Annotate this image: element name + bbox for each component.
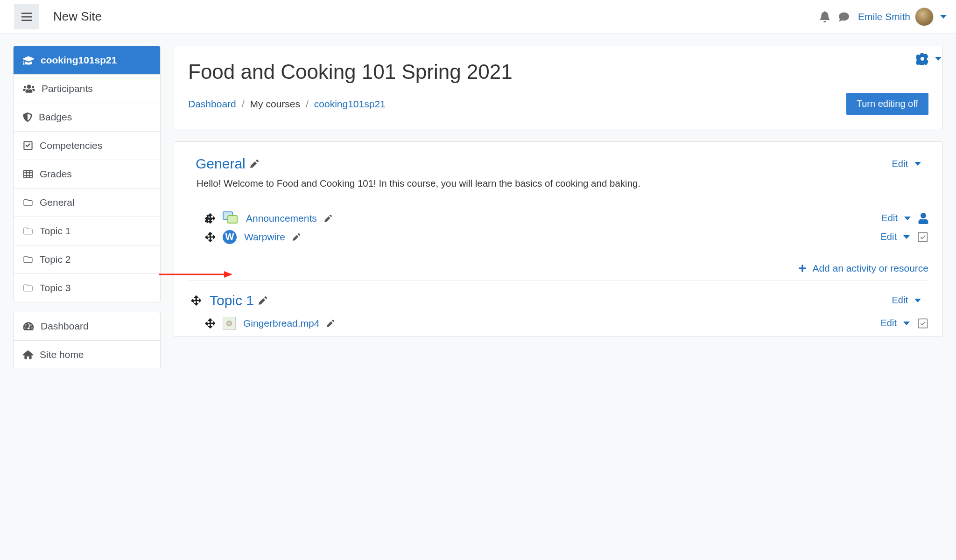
caret-down-icon bbox=[903, 322, 910, 325]
section-general-summary: Hello! Welcome to Food and Cooking 101! … bbox=[197, 176, 928, 191]
user-menu-caret-icon[interactable] bbox=[940, 15, 947, 19]
move-icon[interactable] bbox=[191, 295, 201, 306]
sidebar-item-topic3[interactable]: Topic 3 bbox=[14, 274, 160, 302]
caret-down-icon bbox=[935, 57, 942, 61]
top-header: New Site Emile Smith bbox=[0, 0, 956, 34]
plus-icon bbox=[798, 264, 807, 273]
sidebar-item-course[interactable]: cooking101sp21 bbox=[14, 46, 160, 75]
caret-down-icon bbox=[914, 162, 921, 166]
activity-edit-gingerbread[interactable]: Edit bbox=[881, 318, 910, 329]
messages-button[interactable] bbox=[838, 12, 850, 22]
breadcrumb: Dashboard / My courses / cooking101sp21 … bbox=[188, 93, 928, 115]
folder-icon bbox=[23, 198, 33, 207]
sidebar-item-label: Topic 2 bbox=[40, 254, 71, 265]
pencil-icon[interactable] bbox=[293, 233, 300, 241]
notifications-button[interactable] bbox=[820, 11, 830, 22]
user-avatar[interactable] bbox=[915, 7, 934, 26]
add-activity-button[interactable]: Add an activity or resource bbox=[798, 263, 928, 274]
check-square-outline-icon[interactable] bbox=[917, 231, 928, 243]
breadcrumb-dashboard[interactable]: Dashboard bbox=[188, 98, 236, 110]
sidebar-item-badges[interactable]: Badges bbox=[14, 103, 160, 132]
user-icon[interactable] bbox=[918, 213, 928, 224]
activity-announcements: Announcements Edit bbox=[188, 210, 928, 228]
svg-rect-3 bbox=[918, 232, 927, 241]
section-general-edit[interactable]: Edit bbox=[892, 159, 921, 169]
activity-link-gingerbread[interactable]: Gingerbread.mp4 bbox=[243, 318, 319, 329]
warpwire-icon: W bbox=[223, 230, 237, 244]
tachometer-icon bbox=[23, 322, 34, 331]
course-nav-block: cooking101sp21 Participants Badges Compe… bbox=[13, 46, 161, 302]
users-icon bbox=[23, 84, 35, 93]
section-topic1-title[interactable]: Topic 1 bbox=[210, 293, 254, 308]
bell-icon bbox=[820, 11, 830, 22]
breadcrumb-separator: / bbox=[242, 98, 245, 110]
sidebar-item-sitehome[interactable]: Site home bbox=[14, 341, 160, 369]
section-topic1-edit[interactable]: Edit bbox=[892, 295, 921, 306]
caret-down-icon bbox=[903, 235, 910, 239]
forum-icon bbox=[223, 211, 239, 225]
activity-edit-warpwire[interactable]: Edit bbox=[881, 231, 910, 242]
folder-icon bbox=[23, 227, 33, 235]
table-icon bbox=[23, 169, 33, 179]
caret-down-icon bbox=[914, 299, 921, 302]
sidebar-item-label: Dashboard bbox=[41, 321, 89, 332]
activity-edit-announcements[interactable]: Edit bbox=[882, 213, 911, 224]
sidebar-item-label: Participants bbox=[42, 83, 93, 94]
move-icon[interactable] bbox=[205, 232, 215, 242]
sidebar-item-label: General bbox=[40, 197, 75, 208]
activity-warpwire: W Warpwire Edit bbox=[188, 228, 928, 247]
section-divider bbox=[188, 280, 928, 280]
course-header-card: Food and Cooking 101 Spring 2021 Dashboa… bbox=[174, 46, 943, 129]
sidebar-item-label: Badges bbox=[39, 112, 72, 123]
activity-link-announcements[interactable]: Announcements bbox=[246, 213, 317, 224]
sidebar-item-general[interactable]: General bbox=[14, 189, 160, 217]
site-nav-block: Dashboard Site home bbox=[13, 312, 161, 369]
course-title: Food and Cooking 101 Spring 2021 bbox=[188, 60, 928, 84]
sidebar-item-label: Topic 3 bbox=[40, 282, 71, 294]
sidebar-item-participants[interactable]: Participants bbox=[14, 75, 160, 103]
breadcrumb-mycourses: My courses bbox=[250, 98, 300, 110]
site-title[interactable]: New Site bbox=[53, 9, 102, 24]
sidebar-item-competencies[interactable]: Competencies bbox=[14, 132, 160, 160]
breadcrumb-course[interactable]: cooking101sp21 bbox=[314, 98, 386, 110]
caret-down-icon bbox=[904, 217, 911, 220]
sidebar-item-topic1[interactable]: Topic 1 bbox=[14, 217, 160, 245]
sidebar-item-label: Topic 1 bbox=[40, 225, 71, 237]
sidebar-item-dashboard[interactable]: Dashboard bbox=[14, 312, 160, 341]
file-thumbnail-icon bbox=[223, 317, 236, 330]
comment-icon bbox=[838, 12, 850, 22]
graduation-cap-icon bbox=[23, 56, 34, 65]
user-name-link[interactable]: Emile Smith bbox=[858, 11, 910, 22]
section-general-title[interactable]: General bbox=[196, 156, 246, 172]
sidebar-item-label: cooking101sp21 bbox=[41, 55, 117, 66]
main-content: Food and Cooking 101 Spring 2021 Dashboa… bbox=[174, 34, 956, 560]
sidebar-item-topic2[interactable]: Topic 2 bbox=[14, 245, 160, 274]
pencil-icon[interactable] bbox=[327, 320, 334, 327]
sidebar-item-label: Grades bbox=[40, 168, 72, 180]
course-settings-button[interactable] bbox=[916, 53, 942, 65]
sidebar-item-label: Site home bbox=[40, 349, 84, 360]
turn-editing-off-button[interactable]: Turn editing off bbox=[846, 93, 928, 115]
svg-rect-0 bbox=[21, 13, 32, 14]
pencil-icon[interactable] bbox=[259, 296, 267, 305]
check-square-outline-icon[interactable] bbox=[917, 318, 928, 329]
sidebar-item-grades[interactable]: Grades bbox=[14, 160, 160, 189]
sidebar-item-label: Competencies bbox=[40, 140, 102, 151]
hamburger-icon bbox=[21, 13, 32, 21]
pencil-icon[interactable] bbox=[324, 215, 332, 222]
move-icon[interactable] bbox=[205, 213, 215, 224]
section-topic1-head: Topic 1 Edit bbox=[188, 293, 928, 308]
breadcrumb-separator: / bbox=[306, 98, 309, 110]
folder-icon bbox=[23, 284, 33, 292]
nav-toggle-button[interactable] bbox=[14, 4, 39, 29]
course-content-card: General Edit Hello! Welcome to Food and … bbox=[174, 141, 943, 337]
move-icon[interactable] bbox=[205, 318, 215, 329]
gear-icon bbox=[916, 53, 928, 65]
activity-gingerbread: Gingerbread.mp4 Edit bbox=[188, 315, 928, 333]
section-general-head: General Edit bbox=[188, 156, 928, 172]
pencil-icon[interactable] bbox=[250, 160, 259, 168]
svg-rect-4 bbox=[918, 319, 927, 328]
folder-icon bbox=[23, 255, 33, 264]
svg-rect-2 bbox=[21, 20, 32, 21]
activity-link-warpwire[interactable]: Warpwire bbox=[244, 231, 285, 243]
